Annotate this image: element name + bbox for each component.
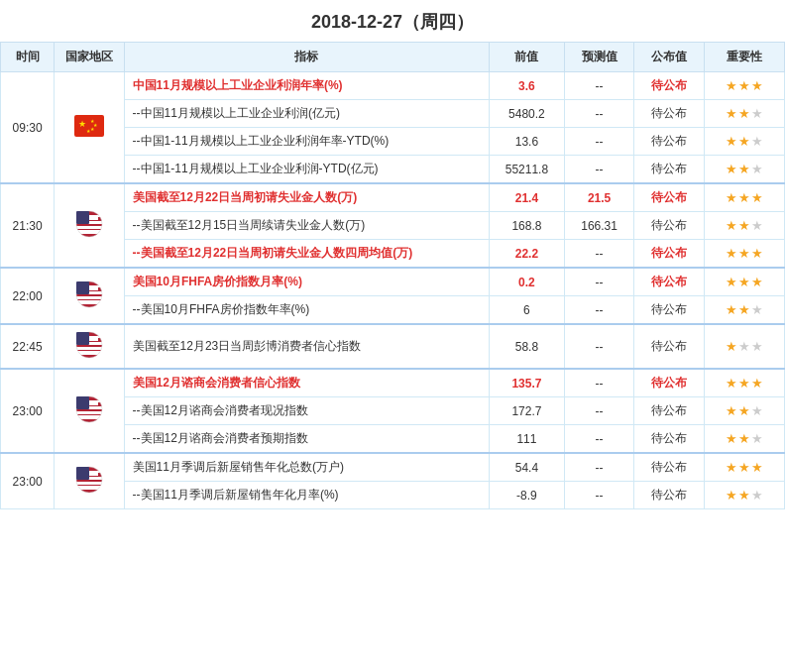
indicator-cell: --美国12月谘商会消费者现况指数: [124, 397, 489, 425]
indicator-text: --美国截至12月22日当周初请失业金人数四周均值(万): [133, 246, 413, 260]
time-cell: 23:00: [1, 453, 55, 509]
star-filled: ★: [738, 431, 750, 446]
indicator-cell: --中国1-11月规模以上工业企业利润年率-YTD(%): [124, 128, 489, 156]
prev-value: 21.4: [490, 183, 565, 212]
publish-value: 待公布: [634, 453, 704, 482]
page-title: 2018-12-27（周四）: [0, 0, 785, 42]
star-empty: ★: [751, 403, 763, 418]
publish-value: 待公布: [634, 100, 704, 128]
forecast-value: --: [564, 100, 633, 128]
header-country: 国家地区: [55, 43, 124, 72]
prev-value: 55211.8: [490, 156, 565, 184]
star-filled: ★: [751, 376, 763, 391]
prev-value: 172.7: [490, 397, 565, 425]
star-filled: ★: [726, 302, 737, 317]
prev-value: 0.2: [490, 268, 565, 296]
importance-stars: ★★★: [726, 275, 763, 289]
svg-rect-38: [76, 415, 102, 417]
importance-cell: ★★★: [704, 100, 784, 128]
svg-rect-44: [76, 482, 102, 485]
svg-rect-21: [79, 302, 99, 304]
importance-cell: ★★★: [704, 482, 784, 509]
star-filled: ★: [726, 431, 737, 446]
svg-rect-11: [76, 230, 102, 232]
svg-rect-47: [76, 486, 102, 488]
forecast-value: --: [564, 156, 633, 184]
forecast-value: --: [564, 240, 633, 269]
publish-value: 待公布: [634, 425, 704, 454]
star-empty: ★: [751, 488, 763, 503]
svg-rect-48: [79, 488, 99, 490]
importance-cell: ★★★: [704, 72, 784, 100]
star-filled: ★: [738, 246, 750, 261]
star-filled: ★: [726, 488, 737, 503]
forecast-value: --: [564, 397, 633, 425]
star-filled: ★: [726, 275, 737, 289]
svg-text:★: ★: [78, 119, 86, 129]
time-cell: 22:00: [1, 268, 55, 324]
svg-rect-35: [76, 411, 102, 414]
importance-stars: ★★★: [726, 162, 763, 176]
table-row: 22:00 美国10月FHFA房价指数月率(%)0.2--待公布★★★: [1, 268, 785, 296]
importance-stars: ★★★: [726, 339, 763, 354]
table-header-row: 时间 国家地区 指标 前值 预测值 公布值 重要性: [1, 43, 785, 72]
importance-stars: ★★★: [726, 106, 763, 121]
star-empty: ★: [751, 162, 763, 176]
country-cell: ★ ★ ★ ★ ★: [55, 72, 124, 184]
china-flag-icon: ★ ★ ★ ★ ★: [74, 115, 104, 137]
prev-value: 54.4: [490, 453, 565, 482]
indicator-text: 美国截至12月22日当周初请失业金人数(万): [133, 190, 358, 204]
forecast-value: --: [564, 425, 633, 454]
importance-cell: ★★★: [704, 324, 784, 369]
indicator-cell: 美国截至12月22日当周初请失业金人数(万): [124, 183, 489, 212]
star-filled: ★: [751, 78, 763, 93]
indicator-text: --中国1-11月规模以上工业企业利润-YTD(亿元): [133, 162, 379, 175]
table-row: 09:30 ★ ★ ★ ★ ★ 中国11月规模以上工业企业利润年率(%)3.6-…: [1, 72, 785, 100]
header-prev: 前值: [490, 43, 565, 72]
svg-rect-17: [76, 296, 102, 299]
star-filled: ★: [726, 339, 737, 354]
star-filled: ★: [738, 275, 750, 289]
indicator-text: 中国11月规模以上工业企业利润年率(%): [133, 78, 343, 92]
usa-flag-icon: [74, 209, 104, 239]
time-cell: 21:30: [1, 183, 55, 268]
publish-value: 待公布: [634, 212, 704, 240]
publish-value: 待公布: [634, 324, 704, 369]
indicator-cell: --美国截至12月22日当周初请失业金人数四周均值(万): [124, 240, 489, 269]
star-filled: ★: [738, 162, 750, 176]
usa-flag-icon: [74, 394, 104, 424]
star-filled: ★: [726, 403, 737, 418]
star-filled: ★: [738, 134, 750, 149]
indicator-cell: 美国11月季调后新屋销售年化总数(万户): [124, 453, 489, 482]
svg-rect-20: [76, 300, 102, 302]
publish-value: 待公布: [634, 482, 704, 509]
usa-flag-icon: [74, 465, 104, 495]
importance-stars: ★★★: [726, 246, 763, 261]
country-cell: [55, 183, 124, 268]
importance-stars: ★★★: [726, 488, 763, 503]
star-empty: ★: [751, 134, 763, 149]
importance-cell: ★★★: [704, 240, 784, 269]
star-filled: ★: [751, 460, 763, 475]
indicator-cell: 美国12月谘商会消费者信心指数: [124, 369, 489, 397]
prev-value: 135.7: [490, 369, 565, 397]
svg-rect-39: [79, 417, 99, 419]
star-filled: ★: [726, 78, 737, 93]
forecast-value: --: [564, 369, 633, 397]
importance-cell: ★★★: [704, 183, 784, 212]
prev-value: 111: [490, 425, 565, 454]
usa-flag-icon: [74, 330, 104, 360]
star-filled: ★: [726, 190, 737, 205]
star-empty: ★: [751, 431, 763, 446]
svg-rect-8: [76, 226, 102, 229]
indicator-text: --美国11月季调后新屋销售年化月率(%): [133, 488, 339, 502]
country-cell: [55, 369, 124, 453]
time-cell: 23:00: [1, 369, 55, 453]
star-filled: ★: [751, 190, 763, 205]
importance-stars: ★★★: [726, 403, 763, 418]
table-row: 22:45 美国截至12月23日当周彭博消费者信心指数58.8--待公布★★★: [1, 324, 785, 369]
indicator-text: --美国截至12月15日当周续请失业金人数(万): [133, 218, 366, 232]
indicator-cell: 中国11月规模以上工业企业利润年率(%): [124, 72, 489, 100]
table-row: 23:00 美国11月季调后新屋销售年化总数(万户)54.4--待公布★★★: [1, 453, 785, 482]
svg-rect-23: [76, 281, 89, 294]
